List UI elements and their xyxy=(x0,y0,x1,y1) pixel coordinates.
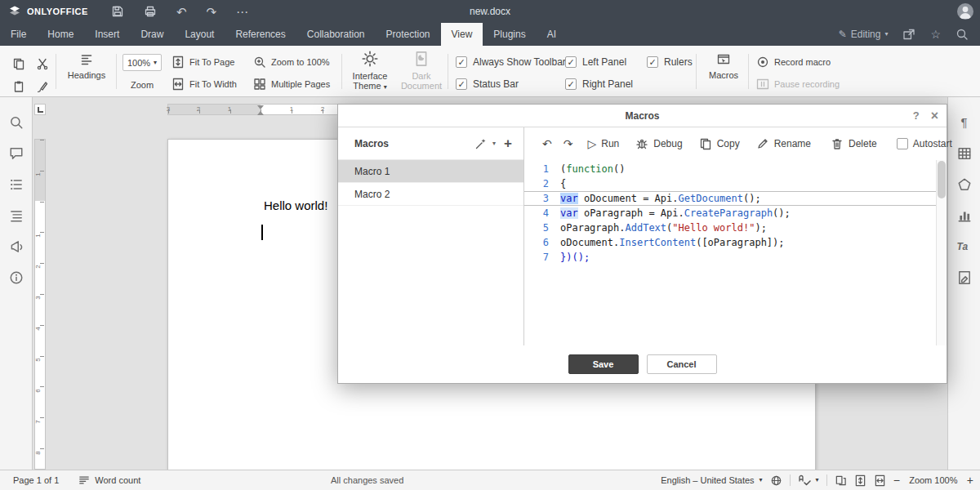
copy-style-button[interactable] xyxy=(36,80,49,93)
code-line-5[interactable]: 5oParagraph.AddText("Hello world!"); xyxy=(524,220,947,235)
checkbox-icon[interactable]: ✓ xyxy=(647,56,658,68)
copy-macro-button[interactable]: Copy xyxy=(699,137,740,150)
spell-check-button[interactable]: ▾ xyxy=(798,474,819,487)
search-button[interactable] xyxy=(956,28,969,41)
convert-macro-button[interactable]: ▾ xyxy=(474,137,496,150)
rename-macro-button[interactable]: Rename xyxy=(756,137,811,150)
table-settings-button[interactable] xyxy=(957,146,972,161)
paragraph-settings-button[interactable]: ¶ xyxy=(957,115,972,130)
open-file-location-button[interactable] xyxy=(902,28,915,41)
checkbox-icon[interactable]: ✓ xyxy=(456,78,467,90)
avatar[interactable] xyxy=(957,3,973,20)
code-line-3[interactable]: 3var oDocument = Api.GetDocument(); xyxy=(524,191,947,206)
tab-file[interactable]: File xyxy=(0,23,37,46)
macro-list-item-macro-1[interactable]: Macro 1 xyxy=(338,160,523,183)
code-line-6[interactable]: 6oDocument.InsertContent([oParagraph]); xyxy=(524,235,947,250)
macro-list-item-macro-2[interactable]: Macro 2 xyxy=(338,183,523,206)
headings-button[interactable]: Headings xyxy=(62,53,111,80)
feedback-button[interactable] xyxy=(9,239,24,254)
checkbox-icon[interactable]: ✓ xyxy=(565,78,577,90)
help-button[interactable]: ? xyxy=(913,109,920,122)
navigation-panel-button[interactable] xyxy=(9,177,24,192)
checkbox-icon[interactable]: ✓ xyxy=(565,56,577,68)
about-button[interactable] xyxy=(9,270,24,285)
interface-theme-button[interactable]: Interface Theme ▾ xyxy=(346,51,394,91)
checkbox-icon[interactable]: ✓ xyxy=(456,56,467,68)
zoom-to-100-button[interactable]: Zoom to 100% xyxy=(253,54,330,70)
cancel-button[interactable]: Cancel xyxy=(647,354,717,374)
undo-button[interactable]: ↶ xyxy=(176,6,187,18)
tab-plugins[interactable]: Plugins xyxy=(483,23,536,46)
add-macro-button[interactable]: + xyxy=(504,136,512,150)
autostart-checkbox[interactable]: Autostart xyxy=(897,138,952,149)
zoom-level[interactable]: Zoom 100% xyxy=(907,475,960,485)
multiple-pages-button[interactable]: Multiple Pages xyxy=(253,76,330,92)
page-indicator[interactable]: Page 1 of 1 xyxy=(13,475,59,485)
delete-macro-button[interactable]: Delete xyxy=(831,137,877,150)
set-language-button[interactable] xyxy=(770,474,782,487)
tab-home[interactable]: Home xyxy=(37,23,84,46)
checkbox-icon[interactable] xyxy=(897,138,908,149)
save-button[interactable]: Save xyxy=(568,354,639,374)
fit-to-page-button[interactable] xyxy=(854,474,866,487)
tab-references[interactable]: References xyxy=(225,23,296,46)
left-indent-icon[interactable] xyxy=(257,111,264,115)
run-macro-button[interactable]: ▷ Run xyxy=(587,138,619,149)
paste-button[interactable] xyxy=(12,80,25,93)
view-option-right-panel[interactable]: ✓Right Panel xyxy=(565,76,633,91)
favorite-button[interactable]: ☆ xyxy=(930,28,941,41)
debug-macro-button[interactable]: Debug xyxy=(635,137,682,150)
indent-marker[interactable] xyxy=(257,105,264,115)
tab-protection[interactable]: Protection xyxy=(376,23,441,46)
search-panel-button[interactable] xyxy=(9,115,24,130)
fit-to-width-button[interactable] xyxy=(874,474,886,487)
copy-button[interactable] xyxy=(12,57,25,70)
view-option-status-bar[interactable]: ✓Status Bar xyxy=(456,76,566,91)
language-selector[interactable]: English – United States ▾ xyxy=(661,475,762,485)
tab-collaboration[interactable]: Collaboration xyxy=(296,23,376,46)
cut-button[interactable] xyxy=(36,57,49,70)
vertical-ruler[interactable]: 112345678 xyxy=(34,139,46,470)
code-line-7[interactable]: 7})(); xyxy=(524,250,947,265)
undo-button[interactable]: ↶ xyxy=(542,138,552,149)
pages-view-button[interactable] xyxy=(835,474,847,487)
view-option-always-show-toolbar[interactable]: ✓Always Show Toolbar xyxy=(456,54,566,69)
scrollbar[interactable] xyxy=(936,160,947,345)
comments-panel-button[interactable] xyxy=(9,146,24,161)
view-option-rulers[interactable]: ✓Rulers xyxy=(647,54,693,69)
tab-view[interactable]: View xyxy=(441,23,483,46)
save-button[interactable] xyxy=(111,5,124,18)
code-line-4[interactable]: 4var oParagraph = Api.CreateParagraph(); xyxy=(524,206,947,220)
zoom-in-button[interactable]: + xyxy=(967,474,973,487)
code-editor[interactable]: 1(function()2{3var oDocument = Api.GetDo… xyxy=(524,160,947,345)
signature-settings-button[interactable] xyxy=(957,270,972,285)
macros-button[interactable]: Macros xyxy=(702,53,745,80)
outline-panel-button[interactable] xyxy=(9,208,24,223)
redo-button[interactable]: ↷ xyxy=(206,6,216,18)
record-macro-button[interactable]: Record macro xyxy=(756,54,831,70)
redo-button[interactable]: ↷ xyxy=(564,138,573,149)
view-option-left-panel[interactable]: ✓Left Panel xyxy=(565,54,633,69)
code-line-2[interactable]: 2{ xyxy=(524,176,947,191)
tab-ai[interactable]: AI xyxy=(537,23,567,46)
tab-insert[interactable]: Insert xyxy=(84,23,130,46)
shape-settings-button[interactable] xyxy=(957,177,972,192)
text-art-settings-button[interactable]: Ta xyxy=(957,239,972,254)
code-line-1[interactable]: 1(function() xyxy=(524,162,947,176)
chart-settings-button[interactable] xyxy=(957,208,972,223)
fit-to-width-button[interactable]: Fit To Width xyxy=(172,76,237,92)
fit-to-page-button[interactable]: Fit To Page xyxy=(172,54,234,70)
first-line-indent-icon[interactable] xyxy=(257,105,264,109)
word-count-button[interactable]: Word count xyxy=(78,474,140,486)
scrollbar-thumb[interactable] xyxy=(938,161,946,198)
zoom-select[interactable]: 100% ▾ xyxy=(122,54,162,71)
dialog-header[interactable]: Macros ? × xyxy=(338,105,947,127)
document-text[interactable]: Hello world! xyxy=(264,198,327,212)
tab-draw[interactable]: Draw xyxy=(130,23,174,46)
editing-mode-button[interactable]: ✎ Editing ▾ xyxy=(839,29,889,40)
print-button[interactable] xyxy=(144,5,157,18)
tab-layout[interactable]: Layout xyxy=(174,23,225,46)
tab-stop-selector[interactable] xyxy=(34,104,46,115)
zoom-out-button[interactable]: − xyxy=(893,474,900,487)
close-icon[interactable]: × xyxy=(931,109,938,123)
